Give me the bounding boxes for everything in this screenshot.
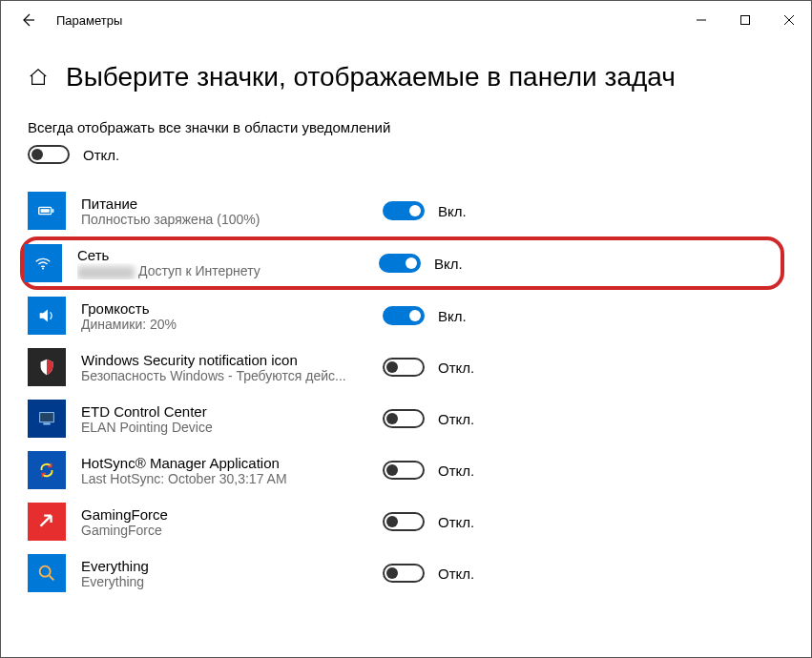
item-row: Windows Security notification iconБезопа… xyxy=(28,341,784,393)
shield-icon xyxy=(28,348,66,386)
item-toggle[interactable] xyxy=(383,461,425,480)
item-subtitle: Last HotSync: October 30,3:17 AM xyxy=(81,471,367,486)
item-row: GamingForceGamingForceОткл. xyxy=(28,496,784,547)
close-button[interactable] xyxy=(767,5,811,35)
item-subtitle: Everything xyxy=(81,574,367,589)
item-title: HotSync® Manager Application xyxy=(81,455,367,471)
back-button[interactable] xyxy=(16,9,39,31)
wifi-icon xyxy=(24,244,62,282)
toggle-state-label: Откл. xyxy=(438,411,474,427)
item-title: Питание xyxy=(81,195,367,212)
item-toggle[interactable] xyxy=(383,409,425,428)
item-subtitle: Доступ к Интернету xyxy=(77,263,364,278)
item-subtitle: ELAN Pointing Device xyxy=(81,420,367,435)
item-toggle[interactable] xyxy=(383,512,425,531)
volume-icon xyxy=(28,297,66,335)
item-toggle[interactable] xyxy=(383,201,425,220)
page-title: Выберите значки, отображаемые в панели з… xyxy=(66,62,676,93)
monitor-icon xyxy=(28,400,66,438)
item-subtitle: GamingForce xyxy=(81,523,367,538)
toggle-state-label: Вкл. xyxy=(438,203,467,219)
item-title: Everything xyxy=(81,558,367,574)
toggle-state-label: Вкл. xyxy=(438,308,467,324)
toggle-state-label: Вкл. xyxy=(434,256,463,272)
item-row: ПитаниеПолностью заряжена (100%)Вкл. xyxy=(28,185,784,236)
battery-icon xyxy=(28,192,66,230)
item-row: ГромкостьДинамики: 20%Вкл. xyxy=(28,290,784,341)
toggle-state-label: Откл. xyxy=(438,514,474,530)
item-row: ETD Control CenterELAN Pointing DeviceОт… xyxy=(28,393,784,444)
item-title: ETD Control Center xyxy=(81,403,367,420)
item-toggle[interactable] xyxy=(383,358,425,377)
svg-line-11 xyxy=(50,576,54,581)
item-title: Громкость xyxy=(81,300,367,317)
toggle-state-label: Откл. xyxy=(438,565,474,582)
item-toggle[interactable] xyxy=(379,254,421,273)
toggle-state-label: Откл. xyxy=(438,360,474,376)
svg-rect-9 xyxy=(43,423,50,425)
item-title: Сеть xyxy=(77,247,364,263)
item-toggle[interactable] xyxy=(383,564,425,583)
item-toggle[interactable] xyxy=(383,306,425,325)
svg-rect-5 xyxy=(52,209,54,213)
home-icon[interactable] xyxy=(28,67,49,88)
item-title: GamingForce xyxy=(81,506,367,523)
master-toggle[interactable] xyxy=(28,145,70,164)
item-subtitle: Безопасность Windows - Требуются дейс... xyxy=(81,368,367,383)
window-title: Параметры xyxy=(56,13,122,28)
item-row: СетьДоступ к ИнтернетуВкл. xyxy=(20,236,784,290)
minimize-button[interactable] xyxy=(679,5,723,35)
arrow-icon xyxy=(28,503,66,541)
item-row: HotSync® Manager ApplicationLast HotSync… xyxy=(28,444,784,496)
master-toggle-state: Откл. xyxy=(83,147,119,163)
svg-point-7 xyxy=(42,267,44,269)
svg-rect-1 xyxy=(741,16,750,25)
sync-icon xyxy=(28,451,66,489)
item-row: EverythingEverythingОткл. xyxy=(28,547,784,599)
item-subtitle: Полностью заряжена (100%) xyxy=(81,212,367,227)
search-icon xyxy=(28,554,66,592)
svg-rect-8 xyxy=(40,413,54,422)
item-subtitle: Динамики: 20% xyxy=(81,317,367,332)
svg-rect-6 xyxy=(41,209,50,213)
maximize-button[interactable] xyxy=(723,5,767,35)
item-title: Windows Security notification icon xyxy=(81,352,367,368)
master-toggle-label: Всегда отображать все значки в области у… xyxy=(28,119,784,135)
svg-point-10 xyxy=(40,566,51,577)
toggle-state-label: Откл. xyxy=(438,463,474,479)
